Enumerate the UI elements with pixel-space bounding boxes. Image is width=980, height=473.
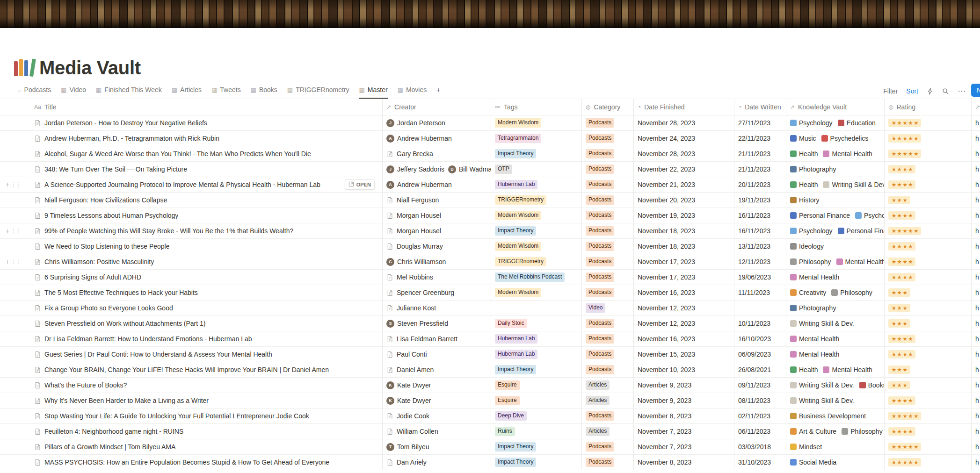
table-row[interactable]: +⋮⋮Chris Williamson: Positive Masculinit… <box>0 254 980 270</box>
cell-date-finished[interactable]: November 21, 2023 <box>634 177 734 192</box>
cell-creator[interactable]: KKate Dwyer <box>383 393 491 408</box>
cell-knowledge-vault[interactable]: HealthMental Health <box>786 362 885 377</box>
cell-rating[interactable]: ★★★ <box>885 193 972 208</box>
cell-knowledge-vault[interactable]: PsychologyEducation <box>786 115 885 130</box>
cell-category[interactable]: Podcasts <box>582 362 634 377</box>
cell-tags[interactable]: Impact Theory <box>491 362 582 377</box>
cell-category[interactable]: Podcasts <box>582 177 634 192</box>
table-row[interactable]: Andrew Huberman, Ph.D. - Tetragrammaton … <box>0 131 980 146</box>
cell-rating[interactable]: ★★★★★ <box>885 146 972 161</box>
cell-category[interactable]: Podcasts <box>582 193 634 208</box>
cell-title[interactable]: Dr Lisa Feldman Barrett: How to Understa… <box>30 331 383 346</box>
cell-knowledge-vault[interactable]: Mental Health <box>786 331 885 346</box>
table-row[interactable]: We Need to Stop Listening to these Peopl… <box>0 239 980 254</box>
cell-url[interactable]: h <box>972 193 980 208</box>
cell-date-written[interactable]: 09/11/2023 <box>734 378 786 393</box>
cell-url[interactable]: h <box>972 362 980 377</box>
cell-knowledge-vault[interactable]: Ideology <box>786 239 885 254</box>
cell-rating[interactable]: ★★★★ <box>885 347 972 362</box>
cell-knowledge-vault[interactable]: Business Development <box>786 408 885 423</box>
cell-tags[interactable]: Huberman Lab <box>491 331 582 346</box>
cell-date-finished[interactable]: November 20, 2023 <box>634 193 734 208</box>
table-row[interactable]: +⋮⋮A Science-Supported Journaling Protoc… <box>0 177 980 193</box>
cell-title[interactable]: Guest Series | Dr Paul Conti: How to Und… <box>30 347 383 362</box>
table-row[interactable]: Steven Pressfield on Work without Attach… <box>0 316 980 331</box>
cell-date-written[interactable]: 19/06/2023 <box>734 270 786 285</box>
cell-url[interactable]: h <box>972 301 980 315</box>
table-row[interactable]: 9 Timeless Lessons about Human Psycholog… <box>0 208 980 223</box>
cell-date-finished[interactable]: November 16, 2023 <box>634 331 734 346</box>
cell-creator[interactable]: Julianne Kost <box>383 301 491 315</box>
cell-knowledge-vault[interactable]: History <box>786 193 885 208</box>
column-header-category[interactable]: ◎Category <box>582 99 634 115</box>
cell-knowledge-vault[interactable]: HealthWriting Skill & Dev. <box>786 177 885 192</box>
cell-category[interactable]: Podcasts <box>582 131 634 146</box>
cell-tags[interactable]: Impact Theory <box>491 439 582 454</box>
cell-date-finished[interactable]: November 28, 2023 <box>634 115 734 130</box>
cell-creator[interactable]: Jodie Cook <box>383 408 491 423</box>
cell-date-finished[interactable]: November 24, 2023 <box>634 131 734 146</box>
cell-rating[interactable]: ★★★★ <box>885 177 972 192</box>
cell-category[interactable]: Podcasts <box>582 270 634 285</box>
cell-date-written[interactable]: 02/11/2023 <box>734 408 786 423</box>
add-row-icon[interactable]: + <box>6 258 9 265</box>
cell-rating[interactable]: ★★★★ <box>885 239 972 254</box>
cell-creator[interactable]: AAndrew Huberman <box>383 131 491 146</box>
cell-category[interactable]: Articles <box>582 378 634 393</box>
cell-category[interactable]: Podcasts <box>582 239 634 254</box>
cell-title[interactable]: Niall Ferguson: How Civilizations Collap… <box>30 193 383 208</box>
cell-title[interactable]: Steven Pressfield on Work without Attach… <box>30 316 383 331</box>
cell-date-written[interactable]: 12/11/2023 <box>734 254 786 269</box>
cell-url[interactable]: h <box>972 408 980 423</box>
cell-creator[interactable]: Niall Ferguson <box>383 193 491 208</box>
cell-url[interactable]: h <box>972 223 980 238</box>
column-header-kv[interactable]: ↗Knowledge Vault <box>786 99 885 115</box>
table-row[interactable]: Feuilleton 4: Neighborhood game night - … <box>0 424 980 439</box>
cell-url[interactable]: h <box>972 239 980 254</box>
automation-icon[interactable] <box>927 88 934 95</box>
cell-url[interactable]: h <box>972 162 980 177</box>
cell-creator[interactable]: Morgan Housel <box>383 223 491 238</box>
cell-category[interactable]: Podcasts <box>582 331 634 346</box>
cell-url[interactable]: h <box>972 285 980 300</box>
cell-knowledge-vault[interactable]: PhilosophyMental Health <box>786 254 885 269</box>
cell-title[interactable]: Feuilleton 4: Neighborhood game night - … <box>30 424 383 439</box>
cell-date-written[interactable]: 06/09/2023 <box>734 347 786 362</box>
cell-category[interactable]: Video <box>582 301 634 315</box>
cell-date-written[interactable]: 16/10/2023 <box>734 331 786 346</box>
cell-category[interactable]: Podcasts <box>582 115 634 130</box>
cell-date-finished[interactable]: November 10, 2023 <box>634 362 734 377</box>
cell-date-written[interactable]: 11/11/2023 <box>734 285 786 300</box>
cell-rating[interactable]: ★★★★★ <box>885 439 972 454</box>
cell-date-written[interactable]: 08/11/2023 <box>734 393 786 408</box>
cell-rating[interactable]: ★★★★ <box>885 393 972 408</box>
cell-title[interactable]: Pillars of a Growth Mindset | Tom Bilyeu… <box>30 439 383 454</box>
cell-category[interactable]: Podcasts <box>582 285 634 300</box>
cell-category[interactable]: Podcasts <box>582 162 634 177</box>
cell-date-written[interactable]: 20/11/2023 <box>734 177 786 192</box>
cell-title[interactable]: We Need to Stop Listening to these Peopl… <box>30 239 383 254</box>
cell-tags[interactable]: TRIGGERnometry <box>491 193 582 208</box>
cell-tags[interactable]: Impact Theory <box>491 455 582 470</box>
cell-date-finished[interactable]: November 8, 2023 <box>634 408 734 423</box>
table-row[interactable]: MASS PSYCHOSIS: How an Entire Population… <box>0 455 980 470</box>
drag-handle-icon[interactable]: ⋮⋮ <box>11 258 21 265</box>
table-row[interactable]: Jordan Peterson - How to Destroy Your Ne… <box>0 115 980 131</box>
more-options-icon[interactable]: ⋯ <box>958 89 966 93</box>
table-row[interactable]: Niall Ferguson: How Civilizations Collap… <box>0 193 980 208</box>
cell-creator[interactable]: Daniel Amen <box>383 362 491 377</box>
cell-tags[interactable]: Modern Wisdom <box>491 208 582 223</box>
cell-knowledge-vault[interactable]: Writing Skill & Dev. <box>786 393 885 408</box>
cell-title[interactable]: Change Your BRAIN, Change Your LIFE! The… <box>30 362 383 377</box>
cell-creator[interactable]: Spencer Greenburg <box>383 285 491 300</box>
cell-rating[interactable]: ★★★ <box>885 362 972 377</box>
cell-rating[interactable]: ★★★ <box>885 285 972 300</box>
cell-tags[interactable]: Ruins <box>491 424 582 439</box>
cell-rating[interactable]: ★★★★ <box>885 254 972 269</box>
table-row[interactable]: +⋮⋮99% of People Watching this Will Stay… <box>0 223 980 239</box>
cell-knowledge-vault[interactable]: MusicPsychedelics <box>786 131 885 146</box>
cell-date-written[interactable] <box>734 301 786 315</box>
cell-tags[interactable]: TRIGGERnometry <box>491 254 582 269</box>
tab-podcasts[interactable]: ≡Podcasts <box>17 86 51 99</box>
cell-tags[interactable]: Impact Theory <box>491 146 582 161</box>
